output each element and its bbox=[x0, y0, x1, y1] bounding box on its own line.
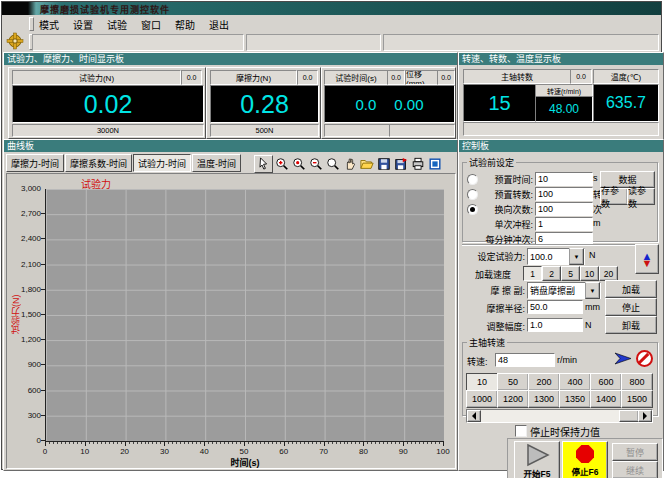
test-time-label: 试验时间(s) bbox=[324, 70, 388, 85]
friction-radius-input[interactable] bbox=[527, 300, 583, 314]
spindle-speed-1400[interactable]: 1400 bbox=[590, 390, 622, 408]
friction-pair-value: 销盘摩擦副 bbox=[528, 284, 585, 297]
pretest-input-换向次数[interactable] bbox=[535, 202, 593, 216]
adjust-range-input[interactable] bbox=[527, 318, 583, 332]
menu-item-试验[interactable]: 试验 bbox=[100, 15, 134, 32]
cursor-icon[interactable] bbox=[254, 155, 273, 173]
color-box-icon[interactable] bbox=[426, 156, 443, 172]
test-time-value: 0.0 bbox=[355, 96, 376, 113]
start-button[interactable]: 开始F5 bbox=[514, 441, 560, 478]
load-speed-2[interactable]: 2 bbox=[542, 266, 561, 281]
pause-button[interactable]: 暂停 bbox=[612, 443, 658, 461]
spindle-speed-200[interactable]: 200 bbox=[528, 373, 560, 391]
spindle-speed-800[interactable]: 800 bbox=[621, 373, 653, 391]
spindle-speed-50[interactable]: 50 bbox=[497, 373, 529, 391]
scrollbar-thumb[interactable] bbox=[619, 410, 639, 422]
y-tick-label: 2,100 bbox=[21, 260, 41, 269]
pretest-input-预置时间[interactable] bbox=[535, 172, 593, 186]
pan-hand-icon[interactable] bbox=[341, 156, 358, 172]
spindle-speed-1000[interactable]: 1000 bbox=[466, 390, 498, 408]
pretest-label: 换向次数: bbox=[471, 203, 533, 216]
spindle-speed-1200[interactable]: 1200 bbox=[497, 390, 529, 408]
status-box-1 bbox=[32, 34, 244, 51]
set-force-unit: N bbox=[589, 250, 596, 260]
curve-tab-摩擦力-时间[interactable]: 摩擦力-时间 bbox=[6, 154, 64, 172]
y-tick-label: 900 bbox=[28, 360, 41, 369]
revolutions-display: 15 bbox=[463, 84, 536, 122]
stop-button[interactable]: 停止F6 bbox=[562, 441, 608, 478]
spindle-speed-1500[interactable]: 1500 bbox=[621, 390, 653, 408]
displacement-footer-cell bbox=[389, 124, 455, 137]
spindle-speed-1300[interactable]: 1300 bbox=[528, 390, 560, 408]
keep-force-checkbox[interactable] bbox=[515, 425, 527, 437]
load-button[interactable]: 加载 bbox=[605, 280, 657, 298]
load-speed-10[interactable]: 10 bbox=[580, 266, 599, 281]
chart-plot[interactable] bbox=[45, 189, 444, 442]
spindle-speed-1350[interactable]: 1350 bbox=[559, 390, 591, 408]
friction-force-peak: 0.0 bbox=[297, 70, 318, 85]
pretest-input-单次冲程[interactable] bbox=[535, 217, 593, 231]
stop-load-button[interactable]: 停止 bbox=[605, 298, 657, 316]
load-speed-1[interactable]: 1 bbox=[523, 266, 542, 281]
y-tick-label: 300 bbox=[28, 411, 41, 420]
menu-items: 模式设置试验窗口帮助退出 bbox=[32, 15, 236, 32]
x-tick-label: 10 bbox=[75, 447, 95, 456]
spindle-speed-10[interactable]: 10 bbox=[466, 373, 498, 391]
curve-tab-摩擦系数-时间[interactable]: 摩擦系数-时间 bbox=[65, 154, 132, 172]
test-force-box: 试验力(N) 0.0 0.02 3000N bbox=[8, 67, 206, 139]
pretest-input-预置转数[interactable] bbox=[535, 187, 593, 201]
unload-button[interactable]: 卸载 bbox=[605, 316, 657, 334]
read-params-button[interactable]: 读参数 bbox=[627, 188, 655, 205]
stop-spindle-icon[interactable] bbox=[636, 350, 653, 367]
menu-item-窗口[interactable]: 窗口 bbox=[134, 15, 168, 32]
save-export-icon[interactable] bbox=[392, 156, 409, 172]
menu-item-帮助[interactable]: 帮助 bbox=[168, 15, 202, 32]
chart-area[interactable]: 试验力 试验力(N) 03006009001,2001,5001,8002,10… bbox=[6, 173, 456, 469]
scroll-left-arrow[interactable] bbox=[467, 410, 481, 422]
pretest-label: 预置时间: bbox=[471, 173, 533, 186]
print-icon[interactable] bbox=[409, 156, 426, 172]
spindle-speed-display: 48.00 bbox=[535, 96, 593, 122]
chart-x-tickmarks bbox=[45, 442, 444, 446]
menu-item-退出[interactable]: 退出 bbox=[202, 15, 236, 32]
start-spindle-icon[interactable] bbox=[613, 351, 633, 366]
chevron-down-icon[interactable]: ▼ bbox=[585, 282, 600, 299]
scroll-right-arrow[interactable] bbox=[638, 410, 652, 422]
pretest-unit: m bbox=[593, 218, 601, 228]
divider bbox=[462, 244, 659, 245]
chevron-down-icon[interactable]: ▼ bbox=[569, 248, 584, 265]
save-icon[interactable] bbox=[375, 156, 392, 172]
spindle-speed-600[interactable]: 600 bbox=[590, 373, 622, 391]
friction-force-label: 摩擦力(N) bbox=[210, 70, 297, 85]
force-adjust-arrows-button[interactable]: ▲ ▼ bbox=[635, 244, 659, 274]
app-tools-icon[interactable] bbox=[6, 32, 28, 50]
resume-button[interactable]: 继续 bbox=[612, 461, 658, 478]
zoom-center-icon[interactable] bbox=[290, 156, 307, 172]
adjust-range-unit: N bbox=[585, 320, 592, 330]
magnifier-icon[interactable] bbox=[324, 156, 341, 172]
save-params-button[interactable]: 存参数 bbox=[600, 188, 628, 205]
temperature-display: 635.7 bbox=[593, 84, 659, 122]
set-force-select[interactable]: 100.0 ▼ bbox=[527, 248, 585, 265]
chart-x-axis-label: 时间(s) bbox=[195, 456, 295, 469]
curve-tab-试验力-时间[interactable]: 试验力-时间 bbox=[133, 154, 191, 172]
speed-panel-header: 转速、转数、温度显示板 bbox=[459, 53, 663, 65]
friction-force-box: 摩擦力(N) 0.0 0.28 500N bbox=[206, 67, 321, 139]
curve-tab-温度-时间[interactable]: 温度-时间 bbox=[192, 154, 241, 172]
title-bar[interactable]: 摩擦磨损试验机专用测控软件 bbox=[2, 2, 661, 15]
pretest-group: 试验前设定 预置时间:s预置转数:转换向次数:次单次冲程:m每分钟冲次: 数据 … bbox=[462, 156, 658, 242]
spindle-legend: 主轴转速 bbox=[467, 336, 507, 349]
friction-pair-select[interactable]: 销盘摩擦副 ▼ bbox=[527, 282, 601, 299]
open-folder-icon[interactable] bbox=[358, 156, 375, 172]
chart-y-tickmarks bbox=[41, 189, 45, 441]
menu-item-设置[interactable]: 设置 bbox=[66, 15, 100, 32]
spindle-speed-input[interactable] bbox=[495, 353, 555, 367]
spindle-speed-400[interactable]: 400 bbox=[559, 373, 591, 391]
load-speed-5[interactable]: 5 bbox=[561, 266, 580, 281]
zoom-in-icon[interactable] bbox=[273, 156, 290, 172]
menu-item-模式[interactable]: 模式 bbox=[32, 15, 66, 32]
curve-toolbar bbox=[254, 155, 443, 171]
load-speed-20[interactable]: 20 bbox=[599, 266, 618, 281]
zoom-out-icon[interactable] bbox=[307, 156, 324, 172]
speed-scrollbar[interactable] bbox=[466, 409, 653, 423]
